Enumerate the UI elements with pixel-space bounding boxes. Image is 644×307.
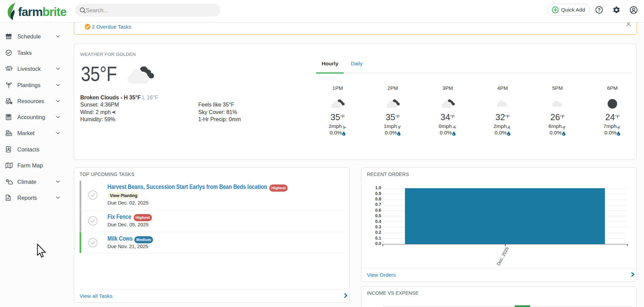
svg-text:?: ?	[598, 7, 601, 13]
